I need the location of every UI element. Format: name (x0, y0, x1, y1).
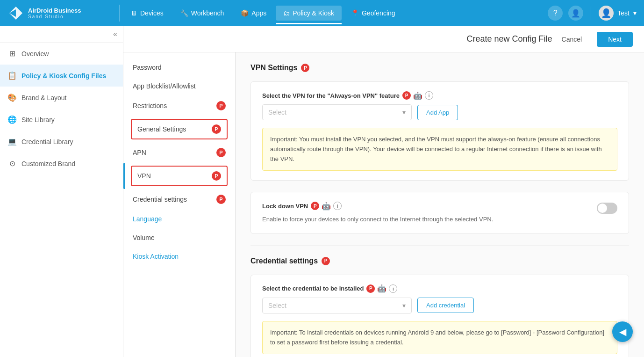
select-vpn-label: Select the VPN for the "Always-on VPN" f… (262, 91, 617, 100)
vpn-left-indicator (123, 163, 125, 189)
user-chevron-icon: ▾ (633, 9, 637, 17)
lockdown-platform-badge: P (311, 202, 319, 210)
select-vpn-platform-badge: P (402, 91, 411, 100)
overview-icon: ⊞ (7, 49, 17, 58)
lockdown-toggle[interactable] (597, 203, 617, 214)
menu-item-kiosk-activation[interactable]: Kiosk Activation (123, 247, 235, 266)
lockdown-vpn-block: Lock down VPN P 🤖 i Enable to force your… (250, 192, 629, 234)
app-name: AirDroid Business (28, 7, 81, 15)
vpn-platform-badge: P (301, 64, 309, 72)
nav-apps[interactable]: 📦 Apps (233, 6, 274, 21)
nav-divider (591, 7, 591, 20)
content-area: Create new Config File Cancel Next Passw… (123, 26, 644, 357)
lockdown-vpn-field: Lock down VPN P 🤖 i Enable to force your… (262, 202, 617, 224)
add-app-button[interactable]: Add App (417, 105, 458, 120)
lockdown-desc: Enable to force your devices to only con… (262, 215, 493, 224)
credential-info-icon[interactable]: i (389, 284, 397, 293)
nav-devices[interactable]: 🖥 Devices (123, 6, 171, 21)
sidebar-item-policy-kiosk-config[interactable]: 📋 Policy & Kiosk Config Files (0, 65, 123, 87)
menu-item-credential-settings[interactable]: Credential settings P (123, 189, 235, 210)
menu-item-language[interactable]: Language (123, 210, 235, 228)
add-credential-button[interactable]: Add credential (417, 298, 474, 313)
sidebar-item-overview[interactable]: ⊞ Overview (0, 43, 123, 65)
fab-button[interactable]: ◀ (612, 321, 633, 342)
inner-layout: Password App Blocklist/Allowlist Restric… (123, 52, 644, 357)
main-layout: « ⊞ Overview 📋 Policy & Kiosk Config Fil… (0, 26, 644, 357)
credential-select-label: Select the credential to be installed P … (262, 284, 617, 293)
menu-item-restrictions[interactable]: Restrictions P (123, 95, 235, 116)
vpn-badge: P (212, 171, 221, 181)
credential-library-icon: 💻 (7, 137, 17, 146)
credential-settings-badge: P (216, 195, 226, 204)
next-button[interactable]: Next (597, 32, 633, 47)
lockdown-android-icon: 🤖 (322, 202, 330, 210)
geofencing-icon: 📍 (351, 9, 359, 17)
restrictions-badge: P (216, 101, 226, 110)
credential-select-dropdown[interactable]: Select ▾ (262, 298, 412, 313)
sidebar-item-credential-library[interactable]: 💻 Credential Library (0, 131, 123, 153)
nav-items: 🖥 Devices 🔧 Workbench 📦 Apps 🗂 Policy & … (123, 6, 548, 21)
page-title: Create new Config File (467, 34, 552, 44)
vpn-outline-wrapper: VPN P (123, 163, 235, 189)
menu-item-vpn[interactable]: VPN P (131, 166, 228, 186)
lockdown-vpn-info: Lock down VPN P 🤖 i Enable to force your… (262, 202, 493, 224)
sidebar-item-customized-brand[interactable]: ⊙ Customized Brand (0, 153, 123, 175)
vpn-select-dropdown[interactable]: Select ▾ (262, 104, 412, 120)
sidebar-collapse-button[interactable]: « (113, 30, 117, 38)
general-settings-badge: P (212, 124, 221, 134)
site-library-icon: 🌐 (7, 115, 17, 124)
user-name: Test (617, 9, 630, 17)
customized-brand-icon: ⊙ (7, 159, 17, 168)
user-avatar: 👤 (599, 6, 614, 21)
menu-item-apn[interactable]: APN P (123, 142, 235, 163)
sidebar-item-site-library[interactable]: 🌐 Site Library (0, 109, 123, 131)
brand-layout-icon: 🎨 (7, 93, 17, 102)
lockdown-label: Lock down VPN P 🤖 i (262, 202, 493, 210)
cancel-button[interactable]: Cancel (552, 32, 592, 47)
menu-item-app-blocklist[interactable]: App Blocklist/Allowlist (123, 77, 235, 95)
logo-icon (7, 5, 24, 22)
credential-info-box: Important: To install credentials on dev… (262, 321, 617, 355)
page-header: Create new Config File Cancel Next (123, 26, 644, 52)
select-vpn-info-icon[interactable]: i (425, 91, 433, 100)
credential-platform-badge: P (322, 257, 330, 265)
credential-section-block: Select the credential to be installed P … (250, 275, 629, 357)
menu-item-general-settings[interactable]: General Settings P (131, 119, 228, 139)
vpn-field-row: Select ▾ Add App (262, 104, 617, 120)
credential-section-title: Credential settings P (250, 257, 629, 265)
policy-config-icon: 📋 (7, 71, 17, 80)
credential-android-icon: 🤖 (378, 284, 386, 293)
general-settings-wrapper: General Settings P (123, 116, 235, 142)
settings-menu: Password App Blocklist/Allowlist Restric… (123, 52, 236, 357)
workbench-icon: 🔧 (180, 9, 188, 17)
app-subtitle: Sand Studio (28, 14, 81, 19)
apps-icon: 📦 (241, 9, 249, 17)
sidebar: « ⊞ Overview 📋 Policy & Kiosk Config Fil… (0, 26, 123, 357)
vpn-info-box: Important: You must install the VPN you … (262, 128, 617, 171)
settings-content: VPN Settings P Select the VPN for the "A… (236, 52, 644, 357)
apn-badge: P (216, 148, 226, 157)
section-divider (250, 245, 629, 246)
menu-item-password[interactable]: Password (123, 58, 235, 77)
header-actions: Cancel Next (552, 32, 633, 47)
credential-dropdown-chevron-icon: ▾ (402, 302, 406, 309)
help-button[interactable]: ? (548, 6, 563, 21)
sidebar-item-brand-layout[interactable]: 🎨 Brand & Layout (0, 87, 123, 109)
nav-policy-kiosk[interactable]: 🗂 Policy & Kiosk (276, 6, 342, 21)
vpn-section-block: Select the VPN for the "Always-on VPN" f… (250, 81, 629, 181)
credential-field-row: Select ▾ Add credential (262, 298, 617, 313)
profile-button[interactable]: 👤 (568, 6, 583, 21)
vpn-section-title: VPN Settings P (250, 64, 629, 72)
top-navigation: AirDroid Business Sand Studio 🖥 Devices … (0, 0, 644, 26)
lockdown-info-icon[interactable]: i (333, 202, 342, 210)
dropdown-chevron-icon: ▾ (402, 109, 406, 116)
fab-icon: ◀ (619, 326, 626, 337)
android-icon: 🤖 (414, 91, 422, 100)
sidebar-header: « (0, 26, 123, 43)
logo-area: AirDroid Business Sand Studio (7, 5, 120, 22)
menu-item-volume[interactable]: Volume (123, 228, 235, 247)
user-menu[interactable]: 👤 Test ▾ (599, 6, 637, 21)
nav-right: ? 👤 👤 Test ▾ (548, 6, 637, 21)
nav-workbench[interactable]: 🔧 Workbench (173, 6, 232, 21)
nav-geofencing[interactable]: 📍 Geofencing (343, 6, 403, 21)
